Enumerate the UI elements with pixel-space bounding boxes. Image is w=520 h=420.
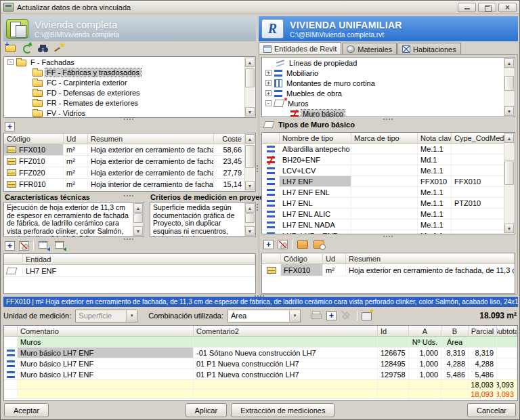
maximize-icon[interactable] — [478, 3, 496, 12]
column-header[interactable]: Ud — [64, 133, 88, 144]
criterios-text[interactable]: Superficie medida según documentación gr… — [150, 202, 256, 237]
scroll-down-icon[interactable]: ▼ — [504, 106, 514, 116]
search-icon[interactable] — [37, 43, 49, 54]
scroll-up-icon[interactable]: ▲ — [245, 203, 255, 213]
column-header[interactable]: Ud — [323, 253, 346, 264]
new-folder-icon[interactable] — [5, 43, 17, 54]
tipos-table[interactable]: Nombre de tipoMarca de tipoNota claveCyp… — [261, 132, 515, 234]
scroll-up-icon[interactable]: ▲ — [504, 133, 514, 143]
table-row[interactable]: LH7 ENL ALICMe.1.1 — [262, 209, 504, 219]
column-header[interactable]: Código — [281, 253, 323, 264]
table-row[interactable]: Albardilla antepechoMe.1.1 — [262, 144, 504, 154]
splitter-handle[interactable] — [124, 119, 133, 120]
collapse-icon[interactable]: - — [265, 100, 272, 106]
right-tree-scrollbar[interactable]: ▲ ▼ — [504, 58, 514, 116]
tree-item[interactable]: FF - Fábricas y trasdosados — [4, 67, 255, 77]
caracteristicas-scrollbar[interactable]: ▲ ▼ — [133, 203, 143, 236]
measurement-row[interactable]: Muro básico LH7 ENF01 P1 Nueva construcc… — [4, 369, 517, 380]
table-row[interactable]: LH7 ENLMe.1.1PTZ010 — [262, 198, 504, 209]
open-folder-icon[interactable] — [297, 239, 309, 250]
cancelar-button[interactable]: Cancelar — [467, 403, 516, 417]
expand-icon[interactable]: + — [265, 70, 272, 76]
tab-materiales[interactable]: Materiales — [342, 43, 397, 55]
table-row[interactable]: FFZ020m²Hoja exterior de cerramiento de … — [4, 167, 245, 179]
tree-item[interactable]: Líneas de propiedad — [262, 58, 515, 68]
scroll-thumb[interactable] — [504, 161, 514, 185]
combinacion-select[interactable]: Área ▼ — [228, 310, 301, 322]
group-row[interactable]: MurosNº Uds.Área — [4, 337, 517, 348]
tab-entidades[interactable]: Entidades de Revit — [259, 42, 341, 55]
tree-item[interactable]: FC - Carpintería exterior — [4, 77, 255, 87]
scroll-down-icon[interactable]: ▼ — [245, 107, 255, 117]
expand-icon[interactable]: + — [265, 90, 272, 96]
table-row[interactable]: LH7 ENFFFX010FFX010 — [262, 176, 504, 187]
scroll-up-icon[interactable]: ▲ — [504, 58, 514, 68]
column-header[interactable]: Parcial — [469, 326, 497, 336]
left-tree-scrollbar[interactable]: ▲ ▼ — [244, 58, 255, 117]
tree-item[interactable]: FD - Defensas de exteriores — [4, 87, 255, 98]
scroll-down-icon[interactable]: ▼ — [133, 226, 143, 236]
column-header[interactable]: Comentario2 — [194, 326, 378, 336]
close-icon[interactable] — [498, 3, 517, 12]
scroll-thumb[interactable] — [245, 213, 255, 223]
tree-item[interactable]: FR - Remates de exteriores — [4, 98, 255, 108]
table-row[interactable]: FFX010m²Hoja exterior en cerramiento de … — [4, 144, 245, 156]
unidad-select[interactable]: Superficie ▼ — [75, 310, 137, 322]
delete-entity-icon[interactable] — [19, 241, 29, 251]
column-header[interactable]: Resumen — [346, 253, 515, 264]
column-header[interactable]: Subtotal — [497, 326, 517, 336]
tree-item[interactable]: -Muros — [262, 98, 515, 108]
codes-table[interactable]: CódigoUdResumenCoste FFX010m²Hoja exteri… — [3, 133, 256, 192]
measurement-row[interactable]: Muro básico LH7 ENF01 P1 Nueva construcc… — [4, 358, 517, 369]
scroll-down-icon[interactable]: ▼ — [245, 181, 255, 190]
scroll-down-icon[interactable]: ▼ — [245, 226, 255, 236]
extraccion-button[interactable]: Extracción de mediciones — [231, 403, 334, 417]
column-header[interactable]: Código — [4, 133, 64, 144]
column-header[interactable]: Resumen — [88, 133, 214, 144]
splitter-handle[interactable] — [124, 195, 133, 196]
column-header[interactable]: Cype_CodMed — [452, 133, 504, 143]
table-row[interactable]: FFX010m²Hoja exterior en cerramiento de … — [262, 264, 515, 276]
copy-icon[interactable] — [38, 240, 50, 251]
table-row[interactable]: LH7+LH7 + ENFMe.1.1 — [262, 230, 504, 234]
scroll-up-icon[interactable]: ▲ — [245, 134, 255, 144]
add-row-icon[interactable] — [326, 311, 337, 320]
table-row[interactable]: BH20+ENFMd.1 — [262, 154, 504, 165]
splitter-handle[interactable] — [383, 236, 393, 237]
tree-item[interactable]: +Montantes de muro cortina — [262, 78, 515, 88]
splitter-handle[interactable] — [124, 238, 133, 240]
delete-code-icon[interactable] — [278, 240, 288, 249]
refresh-icon[interactable] — [21, 43, 33, 54]
chapter-tree[interactable]: -F - FachadasFF - Fábricas y trasdosados… — [3, 56, 256, 118]
scroll-thumb[interactable] — [245, 68, 255, 87]
table-row[interactable]: LCV+LCVMe.1.1 — [262, 165, 504, 176]
column-header[interactable]: A — [409, 326, 441, 336]
revit-tree[interactable]: Líneas de propiedad+Mobiliario+Montantes… — [261, 57, 515, 117]
right-code-table[interactable]: CódigoUdResumen FFX010m²Hoja exterior en… — [261, 253, 515, 294]
criterios-scrollbar[interactable]: ▲ ▼ — [244, 203, 255, 236]
scroll-down-icon[interactable]: ▼ — [504, 224, 514, 233]
tree-item[interactable]: -F - Fachadas — [4, 57, 255, 67]
chevron-down-icon[interactable]: ▼ — [289, 310, 300, 322]
panel-splitter[interactable] — [257, 165, 258, 172]
measurement-table-icon[interactable] — [362, 310, 374, 321]
titlebar[interactable]: Actualizar datos de obra vinculada — [1, 1, 519, 14]
column-header[interactable]: Comentario — [18, 326, 194, 336]
tree-item[interactable]: +Mobiliario — [262, 68, 515, 78]
codes-scrollbar[interactable]: ▲ ▼ — [244, 134, 255, 190]
table-row[interactable]: LH7 ENL NADAMe.1.1 — [262, 219, 504, 230]
column-header[interactable]: Marca de tipo — [351, 133, 418, 143]
column-header[interactable]: B — [441, 326, 469, 336]
expand-icon[interactable]: + — [265, 80, 272, 86]
aplicar-button[interactable]: Aplicar — [186, 403, 228, 417]
add-code-icon[interactable] — [263, 240, 274, 249]
scroll-thumb[interactable] — [133, 213, 143, 223]
measurement-row[interactable]: Muro básico LH7 ENF-01 Sótano Nueva cons… — [4, 348, 517, 358]
add-code-icon[interactable] — [5, 122, 15, 131]
column-header[interactable]: Id — [378, 326, 409, 336]
wizard-icon[interactable] — [53, 43, 66, 54]
scroll-thumb[interactable] — [504, 76, 514, 91]
table-row[interactable]: FFZ010m²Hoja exterior de cerramiento de … — [4, 156, 245, 167]
recent-folder-icon[interactable] — [313, 239, 325, 250]
table-row[interactable]: LH7 ENF — [4, 265, 255, 277]
